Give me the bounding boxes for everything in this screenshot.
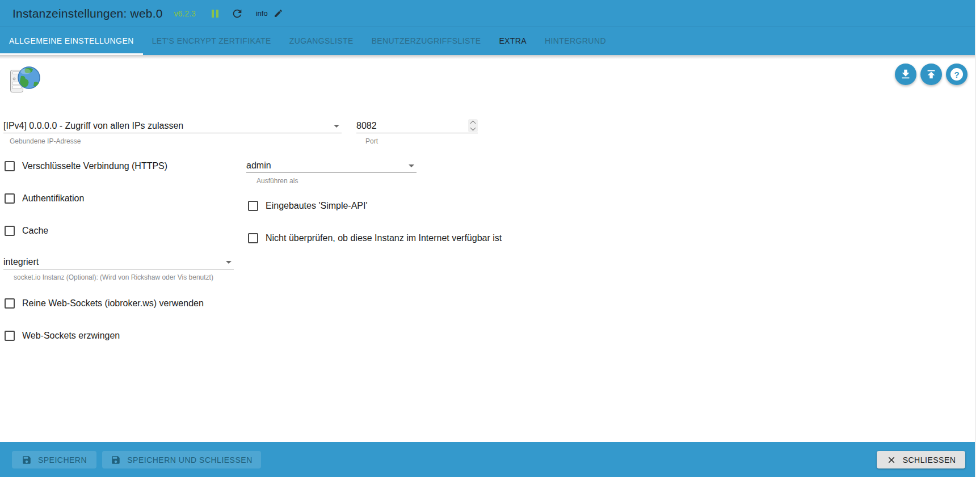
bind-ip-field: [IPv4] 0.0.0.0 - Zugriff von allen IPs z… [3,119,342,145]
download-icon [899,68,912,81]
bind-ip-select[interactable]: [IPv4] 0.0.0.0 - Zugriff von allen IPs z… [3,119,342,133]
internet-check-checkbox-row[interactable]: Nicht überprüfen, ob diese Instanz im In… [248,233,502,243]
cache-checkbox[interactable] [5,226,15,236]
simple-api-checkbox[interactable] [248,201,258,211]
cache-checkbox-label: Cache [22,226,48,236]
help-button[interactable]: ? [946,64,968,85]
https-checkbox[interactable] [5,161,15,171]
socketio-select[interactable]: integriert [3,255,234,269]
tab-extra[interactable]: EXTRA [490,27,536,55]
chevron-down-icon [409,164,414,167]
web-adapter-icon [9,64,41,94]
force-websockets-checkbox-label: Web-Sockets erzwingen [22,331,120,341]
cache-checkbox-row[interactable]: Cache [5,226,48,236]
socketio-label: socket.io Instanz (Optional): (Wird von … [3,273,234,281]
dialog-header: Instanzeinstellungen: web.0 v6.2.3 info [0,0,975,27]
socketio-field: integriert socket.io Instanz (Optional):… [3,255,234,281]
edit-icon[interactable] [274,9,283,18]
run-as-field: admin Ausführen als [246,159,417,185]
tab-benutzerzugriffsliste[interactable]: BENUTZERZUGRIFFSLISTE [363,27,490,55]
bind-ip-label: Gebundene IP-Adresse [3,137,342,145]
info-link[interactable]: info [256,9,268,18]
upload-icon [925,68,937,81]
page-title: Instanzeinstellungen: web.0 [12,7,163,20]
save-icon [111,455,121,465]
close-icon [886,455,897,465]
force-websockets-checkbox[interactable] [5,331,15,341]
save-icon [22,455,32,465]
internet-check-checkbox-label: Nicht überprüfen, ob diese Instanz im In… [266,233,502,243]
save-button[interactable]: SPEICHERN [12,451,96,468]
pause-icon[interactable] [211,7,220,20]
internet-check-checkbox[interactable] [248,233,258,243]
upload-settings-button[interactable] [920,64,942,85]
help-icon: ? [950,68,963,81]
auth-checkbox[interactable] [5,193,15,204]
pure-websockets-checkbox-label: Reine Web-Sockets (iobroker.ws) verwende… [22,298,204,309]
settings-content: ? [IPv4] 0.0.0.0 - Zugriff von allen IPs… [0,55,975,442]
pure-websockets-checkbox-row[interactable]: Reine Web-Sockets (iobroker.ws) verwende… [5,298,204,309]
refresh-icon[interactable] [231,7,243,20]
pure-websockets-checkbox[interactable] [5,298,15,309]
tab-lets-encrypt-zertifikate[interactable]: LET'S ENCRYPT ZERTIFIKATE [143,27,280,55]
tab-zugangsliste[interactable]: ZUGANGSLISTE [280,27,363,55]
instance-settings-dialog: Instanzeinstellungen: web.0 v6.2.3 info … [0,0,975,477]
force-websockets-checkbox-row[interactable]: Web-Sockets erzwingen [5,331,120,341]
adapter-version: v6.2.3 [174,9,196,18]
port-field: 8082 Port [356,119,478,145]
close-button[interactable]: SCHLIESSEN [877,451,965,468]
simple-api-checkbox-row[interactable]: Eingebautes 'Simple-API' [248,201,368,211]
dialog-footer: SPEICHERN SPEICHERN UND SCHLIESSEN SCHLI… [0,442,975,477]
run-as-label: Ausführen als [246,177,417,185]
tab-bar: ALLGEMEINE EINSTELLUNGEN LET'S ENCRYPT Z… [0,27,975,55]
number-stepper[interactable] [468,119,478,132]
chevron-down-icon [334,125,339,128]
download-settings-button[interactable] [895,64,916,85]
save-and-close-button[interactable]: SPEICHERN UND SCHLIESSEN [102,451,261,468]
auth-checkbox-label: Authentifikation [22,193,84,204]
port-label: Port [356,137,478,145]
chevron-down-icon [226,261,232,264]
tab-allgemeine-einstellungen[interactable]: ALLGEMEINE EINSTELLUNGEN [0,27,143,55]
settings-toolbar: ? [895,64,968,85]
port-input[interactable]: 8082 [356,119,478,133]
https-checkbox-row[interactable]: Verschlüsselte Verbindung (HTTPS) [5,161,167,171]
simple-api-checkbox-label: Eingebautes 'Simple-API' [266,201,368,211]
https-checkbox-label: Verschlüsselte Verbindung (HTTPS) [22,161,167,171]
run-as-select[interactable]: admin [246,159,417,173]
auth-checkbox-row[interactable]: Authentifikation [5,193,84,204]
tab-hintergrund[interactable]: HINTERGRUND [536,27,615,55]
